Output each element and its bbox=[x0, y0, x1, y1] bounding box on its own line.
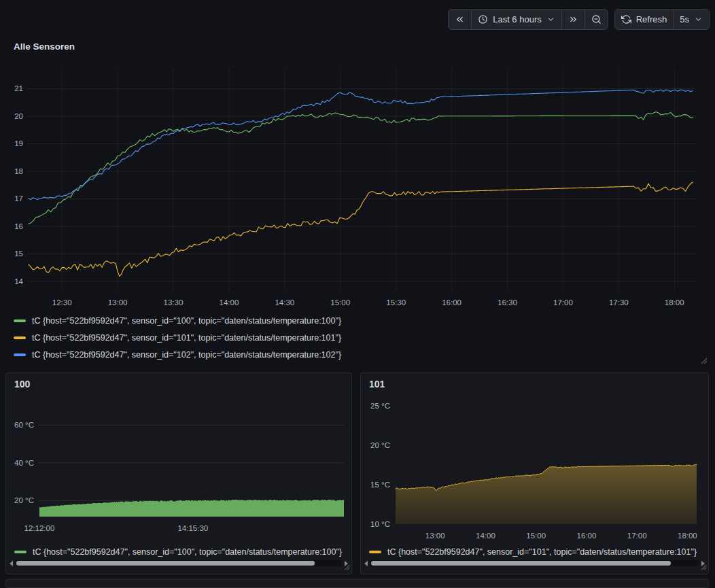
panel-title-101[interactable]: 101 bbox=[369, 379, 385, 390]
refresh-button[interactable]: Refresh bbox=[615, 10, 674, 29]
svg-text:19: 19 bbox=[14, 139, 23, 148]
svg-text:13:30: 13:30 bbox=[164, 298, 184, 307]
legend-label: tC {host="522bf9592d47", sensor_id="101"… bbox=[387, 547, 697, 557]
refresh-label: Refresh bbox=[636, 14, 667, 24]
chevron-down-icon bbox=[546, 15, 555, 24]
svg-text:21: 21 bbox=[14, 84, 23, 92]
scroll-thumb[interactable] bbox=[371, 561, 671, 566]
refresh-group: Refresh 5s bbox=[614, 9, 710, 30]
legend-item[interactable]: tC {host="522bf9592d47", sensor_id="101"… bbox=[369, 544, 701, 559]
refresh-icon bbox=[621, 14, 631, 24]
zoom-out-time-button[interactable] bbox=[585, 10, 608, 29]
refresh-interval-label: 5s bbox=[680, 14, 689, 24]
svg-text:14:00: 14:00 bbox=[220, 298, 239, 307]
svg-text:15:30: 15:30 bbox=[386, 298, 406, 307]
svg-text:17:30: 17:30 bbox=[609, 298, 629, 307]
panel-102: 102 bbox=[5, 579, 709, 588]
panel-100-scrollbar bbox=[10, 559, 348, 568]
time-range-group: Last 6 hours bbox=[448, 9, 608, 30]
scroll-thumb[interactable] bbox=[16, 561, 315, 566]
panel-101: 101 tC {host="522bf9592d47", sensor_id="… bbox=[360, 373, 709, 574]
svg-text:14: 14 bbox=[14, 277, 23, 286]
clock-icon bbox=[478, 14, 488, 24]
svg-text:16:00: 16:00 bbox=[442, 298, 461, 307]
legend-swatch bbox=[14, 319, 26, 322]
legend-item[interactable]: tC {host="522bf9592d47", sensor_id="100"… bbox=[14, 312, 700, 329]
svg-text:15:00: 15:00 bbox=[330, 298, 350, 307]
legend-item[interactable]: tC {host="522bf9592d47", sensor_id="101"… bbox=[14, 329, 700, 346]
scroll-track[interactable] bbox=[370, 560, 699, 566]
legend-label: tC {host="522bf9592d47", sensor_id="102"… bbox=[32, 350, 341, 360]
grafana-dashboard: { "toolbar": { "time_range": "Last 6 hou… bbox=[0, 0, 715, 588]
svg-text:16: 16 bbox=[14, 222, 23, 230]
time-range-label: Last 6 hours bbox=[493, 14, 542, 24]
svg-text:17:00: 17:00 bbox=[553, 298, 573, 307]
panel-title-alle-sensoren[interactable]: Alle Sensoren bbox=[14, 41, 75, 52]
svg-text:16:30: 16:30 bbox=[498, 298, 517, 307]
legend-item[interactable]: tC {host="522bf9592d47", sensor_id="102"… bbox=[14, 346, 700, 363]
legend-label: tC {host="522bf9592d47", sensor_id="100"… bbox=[33, 547, 342, 557]
zoom-out-icon bbox=[591, 14, 601, 24]
svg-text:17: 17 bbox=[14, 194, 23, 203]
scroll-left-icon[interactable] bbox=[364, 561, 368, 566]
panel-resize-handle[interactable] bbox=[698, 561, 708, 574]
chevron-down-icon bbox=[694, 15, 703, 24]
svg-text:18:00: 18:00 bbox=[665, 298, 684, 307]
panel-100-legend: tC {host="522bf9592d47", sensor_id="100"… bbox=[14, 544, 345, 559]
chevrons-right-icon bbox=[568, 14, 578, 24]
svg-text:15: 15 bbox=[14, 249, 23, 258]
scroll-track[interactable] bbox=[15, 560, 343, 566]
svg-text:12:30: 12:30 bbox=[52, 298, 72, 307]
time-range-picker-button[interactable]: Last 6 hours bbox=[472, 10, 562, 29]
chevrons-left-icon bbox=[455, 14, 465, 24]
legend-swatch bbox=[369, 551, 381, 553]
refresh-interval-picker[interactable]: 5s bbox=[674, 10, 709, 29]
time-controls-toolbar: Last 6 hours Refresh 5s bbox=[448, 9, 710, 30]
legend-swatch bbox=[14, 551, 27, 553]
panel-100: 100 tC {host="522bf9592d47", sensor_id="… bbox=[5, 373, 352, 574]
legend-swatch bbox=[14, 336, 26, 339]
svg-text:20: 20 bbox=[14, 112, 23, 120]
svg-text:18: 18 bbox=[14, 167, 23, 175]
scroll-left-icon[interactable] bbox=[10, 561, 13, 566]
legend-label: tC {host="522bf9592d47", sensor_id="100"… bbox=[32, 316, 341, 326]
time-shift-forward-button[interactable] bbox=[562, 10, 585, 29]
svg-text:13:00: 13:00 bbox=[108, 298, 128, 307]
panel-title-100[interactable]: 100 bbox=[14, 379, 30, 390]
legend-swatch bbox=[14, 353, 26, 356]
time-shift-back-button[interactable] bbox=[449, 10, 472, 29]
panel-101-legend: tC {host="522bf9592d47", sensor_id="101"… bbox=[369, 544, 701, 559]
panel-101-scrollbar bbox=[364, 559, 705, 568]
panel-resize-handle[interactable] bbox=[697, 354, 708, 368]
main-chart-legend: tC {host="522bf9592d47", sensor_id="100"… bbox=[14, 312, 700, 363]
panel-title-102[interactable]: 102 bbox=[14, 585, 30, 588]
svg-text:14:30: 14:30 bbox=[275, 298, 294, 307]
legend-item[interactable]: tC {host="522bf9592d47", sensor_id="100"… bbox=[14, 544, 345, 559]
legend-label: tC {host="522bf9592d47", sensor_id="101"… bbox=[32, 333, 341, 343]
panel-resize-handle[interactable] bbox=[341, 561, 351, 574]
